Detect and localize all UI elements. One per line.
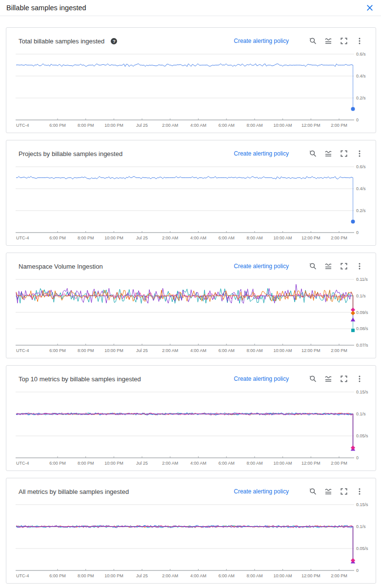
dialog-title: Billable samples ingested (6, 4, 86, 12)
chart-card-all-metrics: All metrics by billable samples ingested… (6, 478, 376, 584)
series-end-marker (351, 220, 355, 224)
x-axis-label: 8:00 PM (78, 461, 94, 466)
y-axis-label: 0.4/s (356, 74, 366, 78)
x-axis-label: Jul 25 (136, 461, 148, 466)
chart-title: Projects by billable samples ingested (19, 150, 122, 157)
more-options-icon[interactable] (355, 149, 364, 158)
dialog-header: Billable samples ingested (0, 0, 381, 16)
chart[interactable]: 0.11/s0.1/s0.09/s0.08/s0.07/sUTC-46:00 P… (6, 273, 376, 358)
x-axis-label: UTC-4 (16, 348, 29, 353)
chart-title: Namespace Volume Ingestion (19, 263, 103, 270)
query-history-icon[interactable] (308, 262, 317, 271)
metrics-explorer-icon[interactable] (324, 37, 333, 45)
series-end-marker (351, 317, 355, 321)
x-axis-label: 2:00 AM (162, 573, 178, 578)
metrics-explorer-icon[interactable] (324, 262, 333, 271)
card-header: Namespace Volume Ingestion Create alerti… (6, 253, 376, 272)
chart[interactable]: 0.15/s0.1/s0.05/s0UTC-46:00 PM8:00 PM10:… (6, 385, 376, 470)
x-axis-label: 10:00 PM (104, 123, 123, 128)
chart-card-namespace-volume: Namespace Volume Ingestion Create alerti… (6, 253, 376, 358)
metrics-explorer-icon[interactable] (324, 374, 333, 383)
fullscreen-icon[interactable] (340, 262, 348, 271)
fullscreen-icon[interactable] (340, 374, 348, 383)
x-axis-label: 12:00 PM (301, 461, 321, 466)
metrics-explorer-icon[interactable] (324, 149, 333, 158)
more-options-icon[interactable] (355, 37, 364, 45)
x-axis-label: 6:00 AM (219, 461, 235, 466)
x-axis-label: 8:00 AM (246, 348, 262, 353)
x-axis-label: Jul 25 (136, 348, 148, 353)
x-axis-label: 10:00 AM (274, 123, 292, 128)
x-axis-label: 6:00 AM (219, 235, 235, 240)
query-history-icon[interactable] (308, 37, 317, 45)
y-axis-label: 0.6/s (356, 164, 366, 169)
y-axis-label: 0.09/s (356, 310, 368, 315)
x-axis-label: 2:00 PM (331, 461, 347, 466)
x-axis-label: 10:00 PM (104, 573, 123, 578)
series-end-marker (351, 311, 355, 315)
more-options-icon[interactable] (355, 374, 364, 383)
create-alerting-policy-link[interactable]: Create alerting policy (234, 150, 289, 157)
chart-title: All metrics by billable samples ingested (19, 488, 129, 495)
y-axis-label: 0.1/s (356, 294, 366, 298)
y-axis-label: 0.11/s (356, 277, 368, 282)
chart[interactable]: 0.15/s0.1/s0.05/s0UTC-46:00 PM8:00 PM10:… (6, 498, 376, 583)
query-history-icon[interactable] (308, 487, 317, 496)
close-icon[interactable] (365, 3, 375, 13)
create-alerting-policy-link[interactable]: Create alerting policy (234, 263, 289, 270)
x-axis-label: 6:00 AM (219, 348, 235, 353)
x-axis-label: 6:00 PM (49, 461, 66, 466)
chart[interactable]: 0.6/s0.4/s0.2/s0UTC-46:00 PM8:00 PM10:00… (6, 160, 376, 245)
x-axis-label: 10:00 AM (274, 573, 292, 578)
create-alerting-policy-link[interactable]: Create alerting policy (234, 488, 289, 495)
fullscreen-icon[interactable] (340, 149, 348, 158)
x-axis-label: 8:00 PM (78, 123, 94, 128)
fullscreen-icon[interactable] (340, 37, 348, 45)
x-axis-label: 10:00 AM (274, 235, 292, 240)
card-header: Projects by billable samples ingested Cr… (6, 140, 376, 159)
y-axis-label: 0.1/s (356, 524, 366, 529)
metrics-explorer-icon[interactable] (324, 487, 333, 496)
chart-title: Total billable samples ingested (19, 38, 104, 45)
y-axis-label: 0.08/s (356, 326, 368, 331)
chart-card-total-billable-samples: Total billable samples ingested ? Create… (6, 27, 376, 133)
x-axis-label: 4:00 AM (190, 461, 206, 466)
x-axis-label: Jul 25 (136, 123, 148, 128)
fullscreen-icon[interactable] (340, 487, 348, 496)
x-axis-label: UTC-4 (16, 123, 29, 128)
create-alerting-policy-link[interactable]: Create alerting policy (234, 38, 289, 44)
query-history-icon[interactable] (308, 374, 317, 383)
y-axis-label: 0.1/s (356, 412, 366, 416)
x-axis-label: 8:00 PM (78, 573, 94, 578)
chart[interactable]: 0.6/s0.4/s0.2/s0UTC-46:00 PM8:00 PM10:00… (6, 47, 376, 133)
query-history-icon[interactable] (308, 149, 317, 158)
more-options-icon[interactable] (355, 487, 364, 496)
x-axis-label: 4:00 AM (190, 573, 206, 578)
more-options-icon[interactable] (355, 262, 364, 271)
y-axis-label: 0 (356, 455, 359, 460)
series-end-marker (351, 558, 355, 563)
x-axis-label: 6:00 AM (219, 123, 235, 128)
y-axis-label: 0.15/s (356, 390, 368, 394)
y-axis-label: 0.05/s (356, 433, 368, 438)
charts-list: Total billable samples ingested ? Create… (0, 16, 381, 588)
card-header: All metrics by billable samples ingested… (6, 478, 376, 497)
x-axis-label: 8:00 AM (246, 235, 262, 240)
x-axis-label: 2:00 PM (331, 123, 347, 128)
y-axis-label: 0.2/s (356, 208, 366, 213)
create-alerting-policy-link[interactable]: Create alerting policy (234, 375, 289, 382)
card-header: Total billable samples ingested ? Create… (6, 28, 376, 46)
x-axis-label: 8:00 AM (246, 123, 262, 128)
x-axis-label: 10:00 PM (104, 461, 123, 466)
x-axis-label: 8:00 AM (246, 573, 262, 578)
y-axis-label: 0.4/s (356, 186, 366, 191)
x-axis-label: 4:00 AM (190, 348, 206, 353)
x-axis-label: 4:00 AM (190, 123, 206, 128)
x-axis-label: UTC-4 (16, 573, 29, 578)
y-axis-label: 0.15/s (356, 502, 368, 507)
x-axis-label: 8:00 PM (78, 235, 94, 240)
x-axis-label: 10:00 PM (104, 235, 123, 240)
x-axis-label: 4:00 AM (190, 235, 206, 240)
series-line (16, 64, 353, 67)
help-icon[interactable]: ? (111, 38, 117, 44)
